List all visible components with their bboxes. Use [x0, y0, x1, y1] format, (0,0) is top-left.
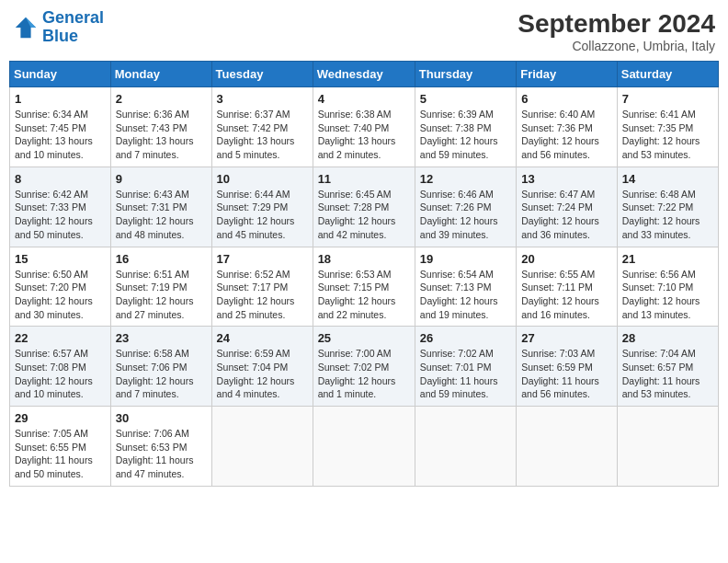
day-info: Sunrise: 6:52 AMSunset: 7:17 PMDaylight:… [217, 268, 308, 322]
calendar-cell: 15Sunrise: 6:50 AMSunset: 7:20 PMDayligh… [10, 247, 111, 327]
calendar-cell: 13Sunrise: 6:47 AMSunset: 7:24 PMDayligh… [517, 167, 618, 247]
day-info: Sunrise: 6:47 AMSunset: 7:24 PMDaylight:… [521, 188, 612, 242]
day-number: 18 [318, 252, 410, 266]
day-number: 5 [420, 92, 511, 106]
day-number: 10 [217, 172, 308, 186]
col-header-thursday: Thursday [415, 62, 516, 87]
day-info: Sunrise: 6:38 AMSunset: 7:40 PMDaylight:… [318, 108, 410, 162]
day-number: 6 [521, 92, 612, 106]
col-header-monday: Monday [110, 62, 211, 87]
calendar-cell: 19Sunrise: 6:54 AMSunset: 7:13 PMDayligh… [415, 247, 516, 327]
calendar-cell [211, 407, 313, 487]
day-info: Sunrise: 6:45 AMSunset: 7:28 PMDaylight:… [318, 188, 410, 242]
day-info: Sunrise: 6:51 AMSunset: 7:19 PMDaylight:… [116, 268, 207, 322]
col-header-saturday: Saturday [617, 62, 718, 87]
col-header-wednesday: Wednesday [313, 62, 415, 87]
logo-text: General Blue [42, 9, 104, 46]
day-info: Sunrise: 6:57 AMSunset: 7:08 PMDaylight:… [15, 347, 106, 401]
day-info: Sunrise: 7:05 AMSunset: 6:55 PMDaylight:… [15, 427, 106, 481]
calendar-cell: 11Sunrise: 6:45 AMSunset: 7:28 PMDayligh… [313, 167, 415, 247]
day-number: 27 [521, 331, 612, 345]
calendar-header: SundayMondayTuesdayWednesdayThursdayFrid… [10, 62, 719, 87]
day-number: 28 [622, 331, 713, 345]
day-info: Sunrise: 6:59 AMSunset: 7:04 PMDaylight:… [217, 347, 308, 401]
calendar-cell: 14Sunrise: 6:48 AMSunset: 7:22 PMDayligh… [617, 167, 718, 247]
col-header-friday: Friday [517, 62, 618, 87]
calendar-cell: 4Sunrise: 6:38 AMSunset: 7:40 PMDaylight… [313, 87, 415, 167]
calendar-week-5: 29Sunrise: 7:05 AMSunset: 6:55 PMDayligh… [10, 407, 719, 487]
calendar-cell: 22Sunrise: 6:57 AMSunset: 7:08 PMDayligh… [10, 327, 111, 407]
day-number: 1 [15, 92, 106, 106]
calendar-cell: 23Sunrise: 6:58 AMSunset: 7:06 PMDayligh… [110, 327, 211, 407]
day-number: 30 [116, 411, 207, 425]
day-info: Sunrise: 6:48 AMSunset: 7:22 PMDaylight:… [622, 188, 713, 242]
day-info: Sunrise: 6:46 AMSunset: 7:26 PMDaylight:… [420, 188, 511, 242]
calendar-cell: 30Sunrise: 7:06 AMSunset: 6:53 PMDayligh… [110, 407, 211, 487]
calendar-week-4: 22Sunrise: 6:57 AMSunset: 7:08 PMDayligh… [10, 327, 719, 407]
calendar-cell [313, 407, 415, 487]
calendar-cell: 21Sunrise: 6:56 AMSunset: 7:10 PMDayligh… [617, 247, 718, 327]
calendar-cell: 8Sunrise: 6:42 AMSunset: 7:33 PMDaylight… [10, 167, 111, 247]
calendar-cell: 7Sunrise: 6:41 AMSunset: 7:35 PMDaylight… [617, 87, 718, 167]
day-info: Sunrise: 6:50 AMSunset: 7:20 PMDaylight:… [15, 268, 106, 322]
day-info: Sunrise: 7:00 AMSunset: 7:02 PMDaylight:… [318, 347, 410, 401]
calendar-cell: 24Sunrise: 6:59 AMSunset: 7:04 PMDayligh… [211, 327, 313, 407]
calendar-cell [415, 407, 516, 487]
day-number: 7 [622, 92, 713, 106]
logo-line1: General [42, 8, 104, 27]
calendar-cell: 26Sunrise: 7:02 AMSunset: 7:01 PMDayligh… [415, 327, 516, 407]
location-subtitle: Collazzone, Umbria, Italy [518, 39, 715, 53]
calendar-cell: 6Sunrise: 6:40 AMSunset: 7:36 PMDaylight… [517, 87, 618, 167]
calendar-cell: 12Sunrise: 6:46 AMSunset: 7:26 PMDayligh… [415, 167, 516, 247]
day-number: 23 [116, 331, 207, 345]
calendar-cell: 3Sunrise: 6:37 AMSunset: 7:42 PMDaylight… [211, 87, 313, 167]
day-info: Sunrise: 6:34 AMSunset: 7:45 PMDaylight:… [15, 108, 106, 162]
day-number: 25 [318, 331, 410, 345]
calendar-cell: 20Sunrise: 6:55 AMSunset: 7:11 PMDayligh… [517, 247, 618, 327]
calendar-cell: 1Sunrise: 6:34 AMSunset: 7:45 PMDaylight… [10, 87, 111, 167]
col-header-tuesday: Tuesday [211, 62, 313, 87]
day-info: Sunrise: 6:36 AMSunset: 7:43 PMDaylight:… [116, 108, 207, 162]
day-number: 24 [217, 331, 308, 345]
day-number: 29 [15, 411, 106, 425]
day-number: 16 [116, 252, 207, 266]
day-number: 11 [318, 172, 410, 186]
day-info: Sunrise: 6:53 AMSunset: 7:15 PMDaylight:… [318, 268, 410, 322]
month-title: September 2024 [518, 9, 715, 39]
logo-line2: Blue [42, 27, 78, 45]
day-number: 20 [521, 252, 612, 266]
day-info: Sunrise: 7:06 AMSunset: 6:53 PMDaylight:… [116, 427, 207, 481]
calendar-cell: 16Sunrise: 6:51 AMSunset: 7:19 PMDayligh… [110, 247, 211, 327]
logo: General Blue [13, 9, 104, 46]
day-number: 15 [15, 252, 106, 266]
day-number: 13 [521, 172, 612, 186]
day-info: Sunrise: 6:55 AMSunset: 7:11 PMDaylight:… [521, 268, 612, 322]
title-block: September 2024 Collazzone, Umbria, Italy [518, 9, 715, 53]
day-number: 19 [420, 252, 511, 266]
day-info: Sunrise: 6:40 AMSunset: 7:36 PMDaylight:… [521, 108, 612, 162]
day-info: Sunrise: 6:44 AMSunset: 7:29 PMDaylight:… [217, 188, 308, 242]
day-info: Sunrise: 7:02 AMSunset: 7:01 PMDaylight:… [420, 347, 511, 401]
logo-icon [13, 15, 39, 40]
day-info: Sunrise: 6:39 AMSunset: 7:38 PMDaylight:… [420, 108, 511, 162]
day-number: 3 [217, 92, 308, 106]
calendar-week-2: 8Sunrise: 6:42 AMSunset: 7:33 PMDaylight… [10, 167, 719, 247]
day-info: Sunrise: 6:56 AMSunset: 7:10 PMDaylight:… [622, 268, 713, 322]
calendar-cell: 27Sunrise: 7:03 AMSunset: 6:59 PMDayligh… [517, 327, 618, 407]
calendar-cell: 2Sunrise: 6:36 AMSunset: 7:43 PMDaylight… [110, 87, 211, 167]
day-info: Sunrise: 6:58 AMSunset: 7:06 PMDaylight:… [116, 347, 207, 401]
day-number: 12 [420, 172, 511, 186]
day-info: Sunrise: 7:04 AMSunset: 6:57 PMDaylight:… [622, 347, 713, 401]
calendar-cell: 28Sunrise: 7:04 AMSunset: 6:57 PMDayligh… [617, 327, 718, 407]
calendar-cell: 9Sunrise: 6:43 AMSunset: 7:31 PMDaylight… [110, 167, 211, 247]
day-number: 26 [420, 331, 511, 345]
day-info: Sunrise: 6:54 AMSunset: 7:13 PMDaylight:… [420, 268, 511, 322]
calendar-cell: 25Sunrise: 7:00 AMSunset: 7:02 PMDayligh… [313, 327, 415, 407]
day-info: Sunrise: 7:03 AMSunset: 6:59 PMDaylight:… [521, 347, 612, 401]
calendar-cell: 5Sunrise: 6:39 AMSunset: 7:38 PMDaylight… [415, 87, 516, 167]
calendar-cell: 10Sunrise: 6:44 AMSunset: 7:29 PMDayligh… [211, 167, 313, 247]
col-header-sunday: Sunday [10, 62, 111, 87]
calendar-cell: 17Sunrise: 6:52 AMSunset: 7:17 PMDayligh… [211, 247, 313, 327]
calendar-cell: 29Sunrise: 7:05 AMSunset: 6:55 PMDayligh… [10, 407, 111, 487]
day-number: 22 [15, 331, 106, 345]
